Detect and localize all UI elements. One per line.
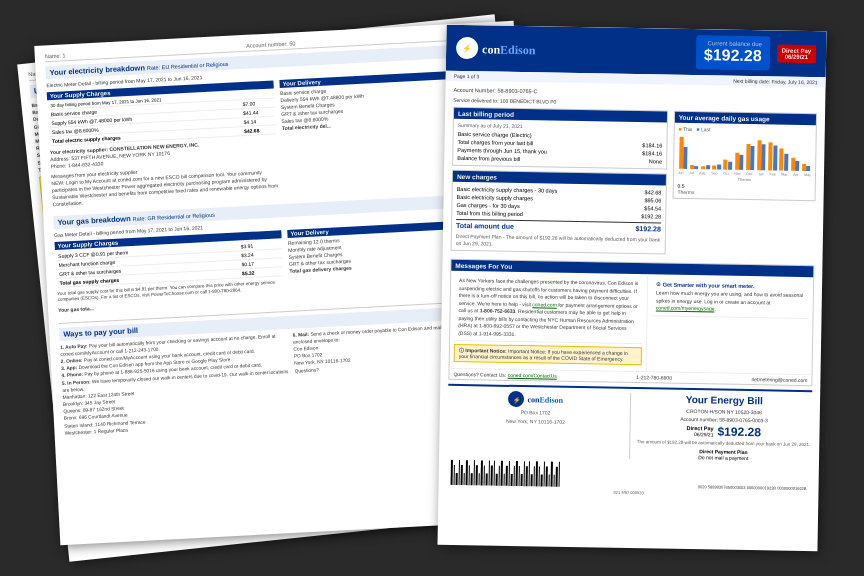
messages-body: As New Yorkers face the challenges prese… [450,271,814,374]
message-right: ⊙ Get Smarter with your smart meter. Lea… [647,274,813,374]
footer-po-box: PO Box 1702 [448,408,624,417]
contact-link[interactable]: coned.com/ContactUs [508,372,557,379]
daily-usage-body: ■ This ■ Last [673,123,815,200]
bar-sep [711,137,722,169]
bar-mar [779,139,790,171]
last-billing-body: Summary as of July 21, 2021 Basic servic… [453,119,667,169]
barcode [451,460,560,487]
bar-dec [745,138,756,170]
message-covid: As New Yorkers face the challenges prese… [454,274,643,344]
mid-account: Account number: 50 [246,40,295,49]
billing-right: Your average daily gas usage ■ This ■ La… [671,111,817,261]
footer-payment-row: Direct Pay 06/29/21 $192.28 [636,423,812,440]
pages-container: Name: 1 Account number: 50 Page 3 of 3 U… [22,18,842,558]
new-charges-body: Basic electricity supply charges - 30 da… [452,182,666,254]
barcode-number: 0020 58890307650003003 000000001922B 000… [698,484,807,491]
balance-box: Current balance due $192.28 [696,35,770,70]
footer-content: ⚡ conEdison PO Box 1702 New York, NY 101… [447,390,812,463]
footer-bill-info: Your Energy Bill CROTON-H/SON NY 10520-3… [629,393,813,462]
bar-nov [734,138,745,170]
bar-aug [700,137,711,169]
front-header: ⚡ conEdison Current balance due $192.28 … [446,25,827,78]
daily-usage-box: Your average daily gas usage ■ This ■ La… [672,111,817,201]
direct-pay-note: Direct Payment Plan - The amount of $192… [456,233,661,251]
contact-email: netmetering@coned.com [751,376,807,383]
direct-pay-date: 06/29/21 [782,54,811,61]
ways-col-1: 1. Auto Pay: Pay your bill automatically… [60,332,292,440]
front-footer: ⚡ conEdison PO Box 1702 New York, NY 101… [446,384,812,499]
account-number: Account Number: 58-8903-0765-C [453,87,537,94]
bar-jun [678,137,689,169]
supply-charges-table: 30 day billing period from May 17, 2021 … [47,90,276,146]
footer-bill-title: Your Energy Bill [636,393,812,407]
front-body: Account Number: 58-8903-0765-C Service d… [438,81,825,505]
usage-legend: ■ This ■ Last [679,126,812,134]
smart-meter-title: ⊙ Get Smarter with your smart meter. [656,280,805,291]
billing-content: Last billing period Summary as of July 2… [451,107,818,261]
bar-apr [790,139,801,171]
front-page: ⚡ conEdison Current balance due $192.28 … [437,25,826,552]
new-charges-box: New charges Basic electricity supply cha… [451,170,667,255]
messages-section: Messages For You As New Yorkers face the… [448,259,814,386]
usage-value: 0.5Therms [677,183,810,197]
contact-phone: 1-212-780-6600 [636,374,672,381]
pay-method-1: 1. Auto Pay: Pay your bill automatically… [60,332,292,437]
front-page-num: Page 1 of 3 [454,73,480,79]
last-billing-box: Last billing period Summary as of July 2… [452,107,668,170]
message-left: As New Yorkers face the challenges prese… [450,271,649,371]
contact-text: Questions? Contact Us: coned.com/Contact… [453,371,556,379]
bar-jul [689,137,700,169]
balance-section: Current balance due $192.28 Direct Pay 0… [696,35,817,71]
bar-feb [767,138,778,170]
footer-logo-text: conEdison [527,395,563,405]
footer-city: New York, NY 10116-1702 [448,417,624,426]
bar-chart [678,134,812,171]
direct-pay-box: Direct Pay 06/29/21 [777,44,817,63]
bar-may [801,139,812,171]
chart-y-label: Therms [678,176,811,183]
current-balance-amount: $192.28 [704,46,762,65]
coned-logo-text: conEdison [482,39,536,58]
barcode-section: 0020 58890307650003003 000000001922B 000… [447,460,811,491]
coned-link[interactable]: coned.com [532,301,557,307]
next-billing-date: Next billing date: Friday, July 16, 2021 [733,78,817,85]
mid-name: Name: 1 [45,52,66,59]
total-amount-row: Total amount due$192.28 [456,219,661,234]
energy-link[interactable]: coned.com/myenergysage [656,305,715,312]
important-notice: ⓘ Important Notice: Important Notice: If… [454,344,642,365]
footer-logo-icon: ⚡ [508,391,524,407]
bar-jan [756,138,767,170]
bar-oct [723,138,734,170]
billing-left: Last billing period Summary as of July 2… [451,107,668,259]
electricity-columns: Your Supply Charges 30 day billing perio… [47,68,513,211]
supply-col: Your Supply Charges 30 day billing perio… [47,80,280,211]
gas-supply-col: Your Supply Charges Supply 3 CCF @0.91 p… [55,230,286,316]
footer-payment-amount: $192.28 [717,425,761,440]
coned-logo-icon: ⚡ [456,37,478,59]
message-smart-meter: ⊙ Get Smarter with your smart meter. Lea… [652,277,809,318]
footer-direct-pay: Direct Pay 06/29/21 [687,425,714,437]
footer-coned-address: ⚡ conEdison PO Box 1702 New York, NY 101… [447,390,624,459]
coned-logo: ⚡ conEdison [456,37,536,60]
